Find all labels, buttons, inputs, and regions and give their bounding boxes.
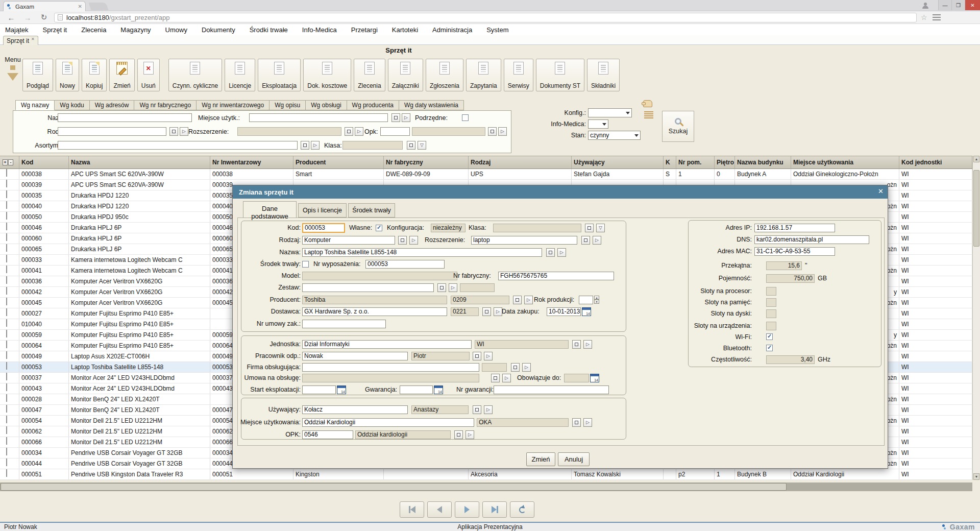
uzywajacy-go-button[interactable]: ▷ bbox=[484, 405, 493, 414]
toolbar-button-za-czniki[interactable]: Załączniki bbox=[388, 59, 423, 91]
column-header-uzywajacy[interactable]: Używający bbox=[572, 156, 664, 168]
row-checkbox[interactable] bbox=[6, 469, 7, 477]
app-tab-sprzet-it[interactable]: Sprzęt it ✕ bbox=[3, 36, 38, 45]
toolbar-button-usu-[interactable]: ✕Usuń bbox=[137, 59, 160, 91]
toolbar-button-kopiuj[interactable]: Kopiuj bbox=[82, 59, 107, 91]
wlasne-checkbox[interactable] bbox=[376, 225, 382, 231]
rok-produkcji-input[interactable] bbox=[579, 296, 593, 304]
rodzaj-input[interactable]: Komputer bbox=[302, 236, 395, 245]
data-zakupu-input[interactable]: 10-01-2013 bbox=[547, 307, 581, 316]
collapse-all-button[interactable]: - bbox=[8, 159, 13, 165]
gwarancja-input[interactable] bbox=[400, 385, 433, 394]
column-header-budynek[interactable]: Nazwa budynku bbox=[735, 156, 791, 168]
column-header-nr_pom[interactable]: Nr pom. bbox=[676, 156, 715, 168]
menubar-item-2[interactable]: Sprzęt it bbox=[43, 26, 67, 34]
opk-go-button[interactable]: ▷ bbox=[498, 127, 507, 136]
cell-sel[interactable] bbox=[0, 362, 19, 372]
bookmark-star-icon[interactable]: ☆ bbox=[921, 13, 927, 21]
cell-sel[interactable] bbox=[0, 394, 19, 404]
nazwa-lookup-button[interactable] bbox=[546, 248, 555, 257]
adres-mac-input[interactable]: 31-C1-9C-A9-53-55 bbox=[754, 247, 835, 256]
nazwa-filter-input[interactable] bbox=[58, 113, 192, 122]
cell-sel[interactable] bbox=[0, 244, 19, 254]
nazwa-input[interactable]: Laptop Toshiba Satellite L855-148 bbox=[302, 248, 542, 257]
start-eksploatacji-calendar-button[interactable] bbox=[337, 385, 346, 394]
rodzaj-go-button[interactable]: ▷ bbox=[409, 236, 418, 245]
dostawca-input[interactable]: GX Hardware Sp. z o.o. bbox=[302, 307, 447, 316]
cell-sel[interactable] bbox=[0, 458, 19, 469]
window-maximize-button[interactable]: ❐ bbox=[951, 0, 965, 10]
filter-tab-8[interactable]: Wg producenta bbox=[347, 100, 399, 110]
umowa-lookup-button[interactable] bbox=[491, 374, 500, 382]
window-close-button[interactable]: ✕ bbox=[965, 0, 980, 10]
producent-lookup-button[interactable] bbox=[513, 296, 522, 304]
cell-sel[interactable] bbox=[0, 190, 19, 201]
kod-input[interactable]: 000053 bbox=[302, 223, 345, 233]
row-checkbox[interactable] bbox=[6, 201, 7, 209]
first-page-button[interactable] bbox=[400, 501, 424, 518]
filter-tab-9[interactable]: Wg daty wstawienia bbox=[399, 100, 464, 110]
column-header-nr_fab[interactable]: Nr fabryczny bbox=[384, 156, 469, 168]
miejsce-lookup-button[interactable] bbox=[572, 418, 581, 427]
nazwa-go-button[interactable]: ▷ bbox=[557, 248, 566, 257]
scroll-down-arrow[interactable]: ▼ bbox=[973, 473, 979, 480]
filter-tab-6[interactable]: Wg opisu bbox=[270, 100, 306, 110]
wifi-checkbox[interactable] bbox=[766, 333, 773, 340]
scroll-up-arrow[interactable]: ▲ bbox=[973, 156, 979, 162]
dialog-close-icon[interactable]: ✕ bbox=[878, 187, 884, 195]
filter-tab-1[interactable]: Wg nazwy bbox=[15, 100, 55, 110]
cell-sel[interactable] bbox=[0, 416, 19, 426]
tab-close-icon[interactable]: ✕ bbox=[78, 4, 82, 9]
column-header-nr_inw[interactable]: Nr Inwentarzowy bbox=[210, 156, 293, 168]
dialog-tab-3[interactable]: Środek trwały bbox=[348, 203, 395, 218]
cell-sel[interactable] bbox=[0, 180, 19, 190]
data-zakupu-calendar-button[interactable] bbox=[582, 307, 591, 316]
firma-lookup-button[interactable] bbox=[511, 363, 520, 372]
table-row-000051[interactable]: 000051Pendrive USB Kingston Data Travele… bbox=[0, 469, 972, 480]
pracownik-input[interactable]: Nowak bbox=[302, 352, 408, 360]
nr-gwarancji-input[interactable] bbox=[494, 385, 609, 394]
adres-ip-input[interactable]: 192.168.1.57 bbox=[754, 224, 835, 232]
toolbar-button-dok-kosztowe[interactable]: Dok. kosztowe bbox=[303, 59, 351, 91]
row-checkbox[interactable] bbox=[6, 437, 7, 445]
rok-produkcji-spinner[interactable]: ▲▼ bbox=[594, 296, 599, 304]
new-tab-button[interactable] bbox=[89, 3, 109, 10]
dns-input[interactable]: kar02.domenaszpitala.pl bbox=[754, 235, 869, 244]
app-tab-close-icon[interactable]: ✕ bbox=[31, 37, 35, 41]
asortyment-lookup-button[interactable] bbox=[301, 141, 309, 150]
rozszerzenie-go-button[interactable]: ▷ bbox=[355, 127, 363, 136]
gwarancja-calendar-button[interactable] bbox=[434, 385, 443, 394]
row-checkbox[interactable] bbox=[6, 362, 7, 370]
opk-lookup-button[interactable] bbox=[488, 127, 497, 136]
table-row-000038[interactable]: 000038APC UPS Smart SC 620VA-390W000038S… bbox=[0, 169, 972, 180]
menu-launcher[interactable]: Menu bbox=[4, 56, 21, 81]
opk-lookup-button[interactable] bbox=[454, 430, 463, 439]
rozszerzenie-input[interactable]: laptop bbox=[471, 236, 577, 245]
row-checkbox[interactable] bbox=[6, 458, 7, 466]
row-checkbox[interactable] bbox=[6, 341, 7, 348]
menubar-item-1[interactable]: Majątek bbox=[5, 26, 29, 34]
row-checkbox[interactable] bbox=[6, 426, 7, 434]
cell-sel[interactable] bbox=[0, 266, 19, 276]
zmien-button[interactable]: Zmień bbox=[526, 452, 555, 466]
jednostka-input[interactable]: Dział Informatyki bbox=[302, 340, 472, 349]
column-header-k[interactable]: K bbox=[664, 156, 676, 168]
toolbar-button-zapytania[interactable]: Zapytania bbox=[466, 59, 501, 91]
menubar-item-12[interactable]: System bbox=[486, 26, 508, 34]
column-header-pietro[interactable]: Piętro bbox=[715, 156, 735, 168]
menubar-item-10[interactable]: Kartoteki bbox=[392, 26, 418, 34]
row-checkbox[interactable] bbox=[6, 233, 7, 241]
cell-sel[interactable] bbox=[0, 437, 19, 447]
podrzedne-checkbox[interactable] bbox=[462, 114, 469, 121]
row-checkbox[interactable] bbox=[6, 308, 7, 316]
rozszerzenie-lookup-button[interactable] bbox=[345, 127, 353, 136]
column-header-kod[interactable]: Kod bbox=[19, 156, 69, 168]
vertical-scroll-thumb[interactable] bbox=[973, 170, 979, 247]
cell-sel[interactable] bbox=[0, 308, 19, 319]
url-input[interactable]: localhost:8180 /gxstart_prezent/app bbox=[54, 13, 917, 22]
column-header-miejsce[interactable]: Miejsce użytkowania bbox=[791, 156, 899, 168]
cell-sel[interactable] bbox=[0, 298, 19, 308]
menubar-item-8[interactable]: Info-Medica bbox=[302, 26, 337, 34]
miejsce-go-button[interactable]: ▷ bbox=[402, 113, 410, 122]
filter-tab-5[interactable]: Wg nr inwentarzowego bbox=[197, 100, 270, 110]
